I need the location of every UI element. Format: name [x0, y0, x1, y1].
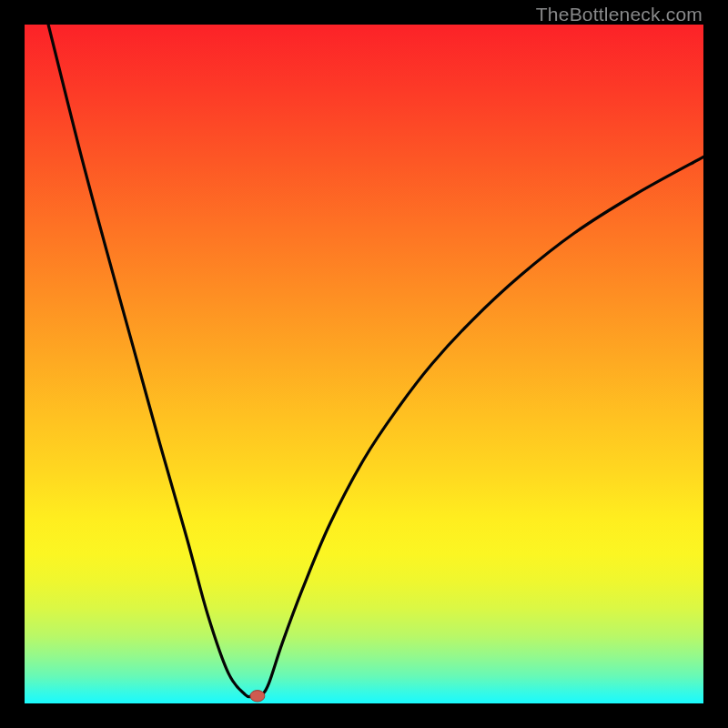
watermark-text: TheBottleneck.com: [536, 4, 703, 25]
plot-area: [25, 25, 703, 703]
chart-frame: TheBottleneck.com: [0, 0, 728, 728]
curve-layer: [25, 25, 703, 703]
bottleneck-curve: [48, 25, 703, 697]
optimal-marker: [250, 691, 265, 702]
